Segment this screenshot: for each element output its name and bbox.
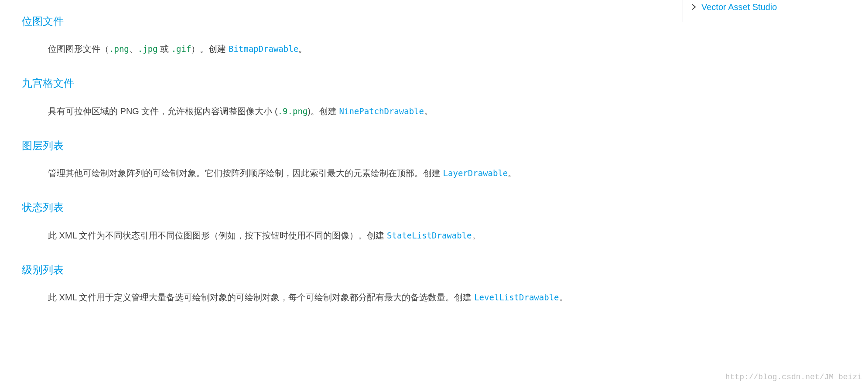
term-link-state-list[interactable]: 状态列表 — [22, 201, 64, 213]
desc-ninepatch-file: 具有可拉伸区域的 PNG 文件，允许根据内容调整图像大小 (.9.png)。创建… — [48, 104, 846, 118]
api-link-levellistdrawable[interactable]: LevelListDrawable — [474, 293, 559, 302]
desc-text: 具有可拉伸区域的 PNG 文件，允许根据内容调整图像大小 ( — [48, 106, 278, 116]
desc-text: 管理其他可绘制对象阵列的可绘制对象。它们按阵列顺序绘制，因此索引最大的元素绘制在… — [48, 168, 443, 178]
desc-text: 。 — [424, 106, 433, 116]
code-ext-jpg: .jpg — [138, 44, 158, 54]
desc-layer-list: 管理其他可绘制对象阵列的可绘制对象。它们按阵列顺序绘制，因此索引最大的元素绘制在… — [48, 166, 846, 180]
api-link-bitmapdrawable[interactable]: BitmapDrawable — [229, 44, 298, 54]
api-link-layerdrawable[interactable]: LayerDrawable — [443, 168, 508, 178]
term-level-list: 级别列表 — [22, 262, 846, 278]
term-link-level-list[interactable]: 级别列表 — [22, 264, 64, 276]
sidebar-related-box: Vector Asset Studio — [683, 0, 846, 22]
term-link-ninepatch-file[interactable]: 九宫格文件 — [22, 77, 74, 89]
term-link-layer-list[interactable]: 图层列表 — [22, 140, 64, 151]
sidebar-item-vector-asset-studio[interactable]: Vector Asset Studio — [692, 0, 837, 16]
desc-state-list: 此 XML 文件为不同状态引用不同位图图形（例如，按下按钮时使用不同的图像）。创… — [48, 228, 846, 242]
desc-text: 。 — [298, 44, 307, 54]
code-sep: 或 — [158, 44, 171, 54]
term-link-bitmap-file[interactable]: 位图文件 — [22, 15, 64, 27]
api-link-statelistdrawable[interactable]: StateListDrawable — [387, 231, 472, 240]
desc-text: 位图图形文件（ — [48, 44, 109, 54]
page-root: Vector Asset Studio 位图文件 位图图形文件（.png、.jp… — [0, 0, 868, 388]
code-ext-9png: .9.png — [278, 106, 308, 116]
term-layer-list: 图层列表 — [22, 137, 846, 154]
desc-level-list: 此 XML 文件用于定义管理大量备选可绘制对象的可绘制对象，每个可绘制对象都分配… — [48, 290, 846, 304]
desc-text: 此 XML 文件用于定义管理大量备选可绘制对象的可绘制对象，每个可绘制对象都分配… — [48, 293, 474, 302]
definition-list: 位图文件 位图图形文件（.png、.jpg 或 .gif）。创建 BitmapD… — [22, 13, 846, 304]
code-sep: 、 — [129, 44, 138, 54]
sidebar-item-label: Vector Asset Studio — [701, 0, 777, 14]
api-link-ninepatchdrawable[interactable]: NinePatchDrawable — [339, 106, 424, 116]
desc-text: 。 — [559, 293, 568, 302]
desc-bitmap-file: 位图图形文件（.png、.jpg 或 .gif）。创建 BitmapDrawab… — [48, 42, 846, 56]
watermark-text: http://blog.csdn.net/JM_beizi — [725, 371, 862, 384]
term-ninepatch-file: 九宫格文件 — [22, 75, 846, 92]
desc-text: )。创建 — [308, 106, 339, 116]
desc-text: 。 — [508, 168, 516, 178]
term-state-list: 状态列表 — [22, 199, 846, 216]
desc-text: ）。创建 — [191, 44, 229, 54]
code-ext-gif: .gif — [171, 44, 191, 54]
desc-text: 。 — [472, 231, 481, 240]
code-ext-png: .png — [109, 44, 129, 54]
chevron-right-icon — [692, 4, 696, 10]
desc-text: 此 XML 文件为不同状态引用不同位图图形（例如，按下按钮时使用不同的图像）。创… — [48, 231, 387, 240]
